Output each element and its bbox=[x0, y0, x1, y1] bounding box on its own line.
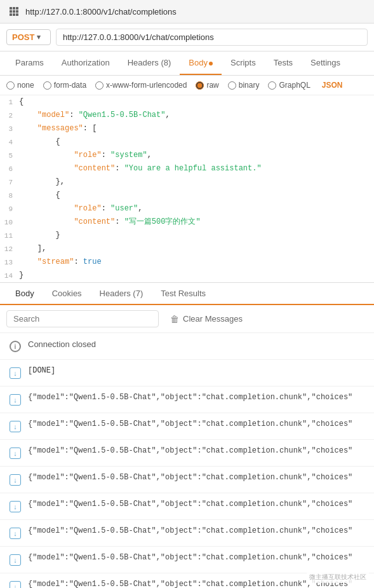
tab-scripts[interactable]: Scripts bbox=[222, 51, 265, 75]
search-input[interactable] bbox=[6, 310, 159, 327]
list-item[interactable]: ↓ {"model":"Qwen1.5-0.5B-Chat","object":… bbox=[0, 413, 374, 440]
tab-params[interactable]: Params bbox=[6, 51, 53, 75]
url-input[interactable] bbox=[56, 29, 368, 46]
app-icon bbox=[8, 5, 20, 18]
code-line-9: 9 "role": "user", bbox=[0, 202, 374, 215]
list-item[interactable]: ↓ {"model":"Qwen1.5-0.5B-Chat","object":… bbox=[0, 520, 374, 547]
down-arrow-icon: ↓ bbox=[9, 420, 22, 433]
method-dropdown-icon: ▾ bbox=[37, 33, 41, 41]
list-item: i Connection closed bbox=[0, 333, 374, 360]
title-url: http://127.0.0.1:8000/v1/chat/completion… bbox=[25, 7, 177, 17]
tab-tests[interactable]: Tests bbox=[265, 51, 302, 75]
code-line-14: 14 } bbox=[0, 269, 374, 282]
done-text: [DONE] bbox=[28, 366, 365, 375]
tab-test-results[interactable]: Test Results bbox=[152, 283, 215, 305]
clear-messages-button[interactable]: 🗑 Clear Messages bbox=[165, 311, 248, 327]
down-arrow-icon: ↓ bbox=[9, 367, 22, 379]
code-line-7: 7 }, bbox=[0, 175, 374, 189]
code-editor[interactable]: 1 { 2 "model": "Qwen1.5-0.5B-Chat", 3 "m… bbox=[0, 95, 374, 283]
json-badge[interactable]: JSON bbox=[322, 81, 343, 90]
list-item[interactable]: ↓ {"model":"Qwen1.5-0.5B-Chat","object":… bbox=[0, 386, 374, 413]
chunk-text: {"model":"Qwen1.5-0.5B-Chat","object":"c… bbox=[28, 446, 365, 455]
trash-icon: 🗑 bbox=[170, 314, 179, 324]
chunk-text: {"model":"Qwen1.5-0.5B-Chat","object":"c… bbox=[28, 473, 365, 482]
radio-form-data[interactable]: form-data bbox=[43, 81, 86, 90]
tab-body[interactable]: Body bbox=[180, 51, 222, 75]
radio-none[interactable]: none bbox=[6, 81, 34, 90]
tab-response-headers[interactable]: Headers (7) bbox=[91, 283, 152, 305]
watermark: 微主播互联技术社区 bbox=[307, 571, 369, 583]
down-arrow-icon: ↓ bbox=[9, 447, 22, 460]
down-arrow-icon: ↓ bbox=[9, 554, 22, 566]
code-line-6: 6 "content": "You are a helpful assistan… bbox=[0, 162, 374, 175]
code-line-10: 10 "content": "写一篇500字的作文" bbox=[0, 215, 374, 229]
code-line-8: 8 { bbox=[0, 189, 374, 202]
list-item[interactable]: ↓ {"model":"Qwen1.5-0.5B-Chat","object":… bbox=[0, 467, 374, 493]
chunk-text: {"model":"Qwen1.5-0.5B-Chat","object":"c… bbox=[28, 420, 365, 428]
down-arrow-icon: ↓ bbox=[9, 527, 22, 540]
method-label: POST bbox=[12, 32, 34, 42]
chunk-text: {"model":"Qwen1.5-0.5B-Chat","object":"c… bbox=[28, 393, 365, 402]
tab-headers[interactable]: Headers (8) bbox=[119, 51, 180, 75]
code-line-11: 11 } bbox=[0, 229, 374, 242]
list-item[interactable]: ↓ {"model":"Qwen1.5-0.5B-Chat","object":… bbox=[0, 547, 374, 573]
code-line-1: 1 { bbox=[0, 95, 374, 109]
code-line-3: 3 "messages": [ bbox=[0, 122, 374, 135]
code-line-4: 4 { bbox=[0, 135, 374, 149]
down-arrow-icon: ↓ bbox=[9, 580, 22, 588]
down-arrow-icon: ↓ bbox=[9, 474, 22, 486]
body-type-row: none form-data x-www-form-urlencoded raw… bbox=[0, 76, 374, 95]
code-line-12: 12 ], bbox=[0, 242, 374, 256]
radio-graphql[interactable]: GraphQL bbox=[268, 81, 310, 90]
method-selector[interactable]: POST ▾ bbox=[6, 29, 51, 45]
tab-authorization[interactable]: Authorization bbox=[53, 51, 119, 75]
radio-x-www[interactable]: x-www-form-urlencoded bbox=[95, 81, 187, 90]
response-tabs: Body Cookies Headers (7) Test Results bbox=[0, 283, 374, 305]
search-clear-bar: 🗑 Clear Messages bbox=[0, 305, 374, 333]
code-line-2: 2 "model": "Qwen1.5-0.5B-Chat", bbox=[0, 109, 374, 122]
chunk-text: {"model":"Qwen1.5-0.5B-Chat","object":"c… bbox=[28, 526, 365, 535]
clear-label: Clear Messages bbox=[183, 314, 243, 324]
tab-settings[interactable]: Settings bbox=[302, 51, 349, 75]
chunk-text: {"model":"Qwen1.5-0.5B-Chat","object":"c… bbox=[28, 553, 365, 562]
radio-binary[interactable]: binary bbox=[228, 81, 260, 90]
chunk-text: {"model":"Qwen1.5-0.5B-Chat","object":"c… bbox=[28, 500, 365, 509]
code-line-5: 5 "role": "system", bbox=[0, 149, 374, 162]
code-line-13: 13 "stream": true bbox=[0, 256, 374, 269]
radio-raw[interactable]: raw bbox=[196, 81, 218, 90]
connection-closed-text: Connection closed bbox=[28, 339, 365, 349]
request-tabs: Params Authorization Headers (8) Body Sc… bbox=[0, 51, 374, 76]
list-item[interactable]: ↓ {"model":"Qwen1.5-0.5B-Chat","object":… bbox=[0, 493, 374, 520]
message-list: i Connection closed ↓ [DONE] ↓ {"model":… bbox=[0, 333, 374, 588]
down-arrow-icon: ↓ bbox=[9, 500, 22, 513]
body-dot bbox=[209, 62, 213, 65]
tab-cookies[interactable]: Cookies bbox=[43, 283, 91, 305]
list-item: ↓ [DONE] bbox=[0, 360, 374, 386]
title-bar: http://127.0.0.1:8000/v1/chat/completion… bbox=[0, 0, 374, 24]
url-bar: POST ▾ bbox=[0, 24, 374, 51]
info-icon: i bbox=[9, 340, 22, 353]
list-item[interactable]: ↓ {"model":"Qwen1.5-0.5B-Chat","object":… bbox=[0, 440, 374, 467]
tab-response-body[interactable]: Body bbox=[6, 283, 43, 305]
down-arrow-icon: ↓ bbox=[9, 393, 22, 406]
